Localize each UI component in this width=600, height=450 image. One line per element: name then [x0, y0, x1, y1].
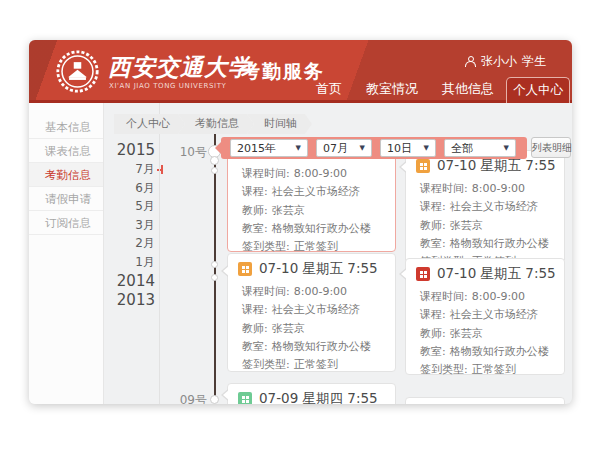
nav-item-other-info[interactable]: 其他信息: [430, 77, 506, 100]
timeline-year-2013[interactable]: 2013: [104, 291, 155, 310]
attendance-card[interactable]: 07-10 星期五 7:55 课程时间:8:00-9:00 课程:社会主义市场经…: [405, 258, 565, 375]
chevron-down-icon: ▼: [360, 144, 365, 152]
type-dropdown[interactable]: 全部 ▼: [444, 139, 516, 157]
status-icon-green: [238, 392, 252, 404]
card-header: 07-10 星期五 7:55: [437, 157, 556, 175]
sidebar-item-schedule-info[interactable]: 课表信息: [29, 139, 103, 163]
chevron-down-icon: ▼: [296, 144, 301, 152]
breadcrumb-personal-center[interactable]: 个人中心: [114, 114, 185, 134]
timeline-month-mar[interactable]: 3月: [104, 216, 155, 235]
attendance-card[interactable]: 07-10 星期五 7:55 课程时间:8:00-9:00 课程:社会主义市场经…: [405, 150, 565, 264]
sidebar-item-attendance-info[interactable]: 考勤信息: [29, 163, 103, 187]
timeline-year-2015[interactable]: 2015: [104, 141, 155, 160]
month-dropdown[interactable]: 07月 ▼: [316, 139, 372, 157]
day-dropdown[interactable]: 10日 ▼: [380, 139, 436, 157]
person-icon: [465, 56, 476, 67]
attendance-card[interactable]: 07-10 星期五 7:55 课程时间:8:00-9:00 课程:社会主义市场经…: [227, 253, 396, 372]
card-header: 07-10 星期五 7:55: [259, 260, 378, 278]
user-info[interactable]: 张小小 学生: [465, 53, 546, 70]
status-icon-orange: [416, 159, 430, 173]
timeline-month-jan[interactable]: 1月: [104, 253, 155, 272]
timeline-node[interactable]: [211, 167, 218, 174]
university-name-en: XI'AN JIAO TONG UNIVERSITY: [109, 82, 226, 90]
app-window: 西安交通大学 XI'AN JIAO TONG UNIVERSITY 考勤服务 张…: [29, 40, 572, 404]
current-month-marker: [157, 165, 163, 174]
sidebar-item-subscription-info[interactable]: 订阅信息: [29, 211, 103, 235]
sidebar: 基本信息 课表信息 考勤信息 请假申请 订阅信息: [29, 103, 104, 404]
chevron-down-icon: ▼: [504, 144, 509, 152]
app-header: 西安交通大学 XI'AN JIAO TONG UNIVERSITY 考勤服务 张…: [29, 40, 572, 103]
breadcrumb-attendance-info[interactable]: 考勤信息: [178, 114, 254, 134]
nav-item-classrooms[interactable]: 教室情况: [354, 77, 430, 100]
status-icon-red: [416, 267, 430, 281]
timeline-month-jun[interactable]: 6月: [104, 179, 155, 198]
timeline-month-jul[interactable]: 7月: [104, 160, 155, 179]
timeline-node[interactable]: [210, 156, 219, 165]
nav-item-home[interactable]: 首页: [304, 77, 354, 100]
year-dropdown[interactable]: 2015年 ▼: [230, 139, 308, 157]
timeline-node[interactable]: [211, 274, 218, 281]
status-icon-orange: [238, 262, 252, 276]
timeline-month-feb[interactable]: 2月: [104, 234, 155, 253]
university-name-cn: 西安交通大学: [108, 52, 252, 83]
user-name: 张小小: [481, 53, 517, 70]
list-detail-button[interactable]: 列表明细: [531, 137, 571, 158]
timeline-node[interactable]: [211, 261, 218, 268]
day-label-10: 10号: [167, 144, 207, 161]
card-header: 07-09 星期四 7:55: [259, 390, 378, 404]
attendance-card-clipped[interactable]: [405, 397, 565, 404]
chevron-down-icon: ▼: [424, 144, 429, 152]
timeline-year-month-list: 2015 7月 6月 5月 3月 2月 1月 2014 2013: [104, 141, 155, 310]
university-logo-icon: [55, 49, 100, 94]
nav-item-personal-center-active[interactable]: 个人中心: [506, 77, 570, 103]
main-nav: 首页 教室情况 其他信息 个人中心: [304, 77, 570, 103]
card-header: 07-10 星期五 7:55: [437, 265, 556, 283]
filter-bar: 2015年 ▼ 07月 ▼ 10日 ▼ 全部 ▼: [221, 137, 527, 159]
timeline-month-may[interactable]: 5月: [104, 197, 155, 216]
sidebar-item-basic-info[interactable]: 基本信息: [29, 115, 103, 139]
timeline-node[interactable]: [210, 395, 219, 404]
sidebar-item-leave-request[interactable]: 请假申请: [29, 187, 103, 211]
day-label-09: 09号: [167, 392, 207, 404]
timeline-column-divider: [159, 103, 160, 404]
timeline-year-2014[interactable]: 2014: [104, 272, 155, 291]
user-role: 学生: [522, 53, 546, 70]
breadcrumb-timeline[interactable]: 时间轴: [247, 114, 312, 134]
breadcrumb: 个人中心 考勤信息 时间轴: [114, 114, 312, 134]
attendance-card-partial[interactable]: 07-09 星期四 7:55: [227, 383, 396, 404]
